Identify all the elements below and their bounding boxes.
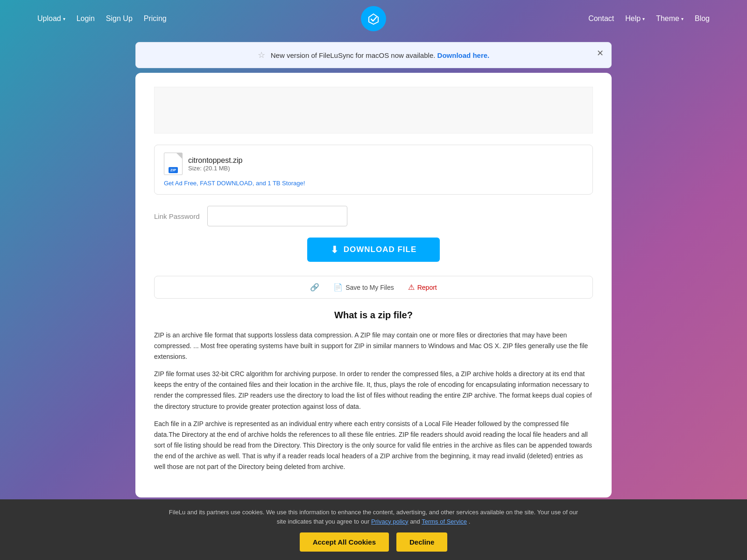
save-icon: 📄 (333, 283, 343, 292)
nav-upload[interactable]: Upload ▾ (37, 14, 65, 23)
upload-chevron-icon: ▾ (63, 16, 65, 21)
help-chevron-icon: ▾ (642, 16, 645, 21)
announcement-download-link[interactable]: Download here. (437, 51, 490, 59)
file-header: ZIP citrontoppest.zip Size: (20.1 MB) (164, 153, 583, 175)
info-paragraph-2: ZIP file format uses 32-bit CRC algorith… (154, 369, 593, 412)
accept-cookies-button[interactable]: Accept All Cookies (300, 532, 389, 552)
file-details: citrontoppest.zip Size: (20.1 MB) (188, 156, 243, 172)
cookie-text: FileLu and its partners use cookies. We … (163, 508, 584, 526)
link-icon: 🔗 (310, 283, 319, 292)
navbar: Upload ▾ Login Sign Up Pricing Contact H… (0, 0, 747, 37)
report-action[interactable]: ⚠ Report (408, 283, 437, 292)
star-icon: ☆ (258, 50, 265, 60)
announcement-bar: ☆ New version of FileLuSync for macOS no… (135, 42, 612, 68)
announcement-close-button[interactable]: ✕ (597, 48, 604, 58)
nav-signup[interactable]: Sign Up (106, 14, 133, 23)
nav-help[interactable]: Help ▾ (625, 14, 645, 23)
download-button[interactable]: ⬇ DOWNLOAD FILE (307, 238, 440, 262)
ad-space (154, 87, 593, 133)
logo[interactable] (361, 6, 386, 31)
report-icon: ⚠ (408, 283, 415, 292)
file-info-card: ZIP citrontoppest.zip Size: (20.1 MB) Ge… (154, 145, 593, 195)
file-promo-link[interactable]: Get Ad Free, FAST DOWNLOAD, and 1 TB Sto… (164, 180, 583, 187)
nav-pricing[interactable]: Pricing (144, 14, 167, 23)
nav-contact[interactable]: Contact (588, 14, 614, 23)
cookie-banner: FileLu and its partners use cookies. We … (0, 499, 747, 560)
file-type-icon: ZIP (164, 153, 183, 175)
nav-blog[interactable]: Blog (695, 14, 710, 23)
nav-theme[interactable]: Theme ▾ (656, 14, 684, 23)
info-title: What is a zip file? (154, 310, 593, 321)
announcement-text: New version of FileLuSync for macOS now … (271, 51, 436, 59)
password-label: Link Password (154, 212, 200, 220)
info-paragraph-1: ZIP is an archive file format that suppo… (154, 330, 593, 362)
password-row: Link Password (154, 206, 593, 226)
save-to-myfiles-action[interactable]: 📄 Save to My Files (333, 283, 394, 292)
privacy-policy-link[interactable]: Privacy policy (371, 518, 408, 525)
file-name: citrontoppest.zip (188, 156, 243, 165)
info-section: What is a zip file? ZIP is an archive fi… (154, 310, 593, 472)
main-content: ZIP citrontoppest.zip Size: (20.1 MB) Ge… (135, 73, 612, 497)
nav-login[interactable]: Login (77, 14, 95, 23)
info-paragraph-3: Each file in a ZIP archive is represente… (154, 419, 593, 472)
nav-left: Upload ▾ Login Sign Up Pricing (37, 14, 167, 23)
action-row: 🔗 📄 Save to My Files ⚠ Report (154, 276, 593, 299)
decline-cookies-button[interactable]: Decline (396, 532, 447, 552)
download-button-wrapper: ⬇ DOWNLOAD FILE (154, 238, 593, 262)
theme-chevron-icon: ▾ (681, 16, 684, 21)
logo-icon (366, 12, 381, 26)
download-icon: ⬇ (331, 244, 339, 255)
copy-link-action[interactable]: 🔗 (310, 283, 319, 292)
file-size: Size: (20.1 MB) (188, 165, 243, 172)
cookie-buttons: Accept All Cookies Decline (300, 532, 448, 552)
tos-link[interactable]: Terms of Service (422, 518, 467, 525)
nav-right: Contact Help ▾ Theme ▾ Blog (588, 14, 710, 23)
password-input[interactable] (207, 206, 347, 226)
zip-badge: ZIP (169, 167, 178, 173)
